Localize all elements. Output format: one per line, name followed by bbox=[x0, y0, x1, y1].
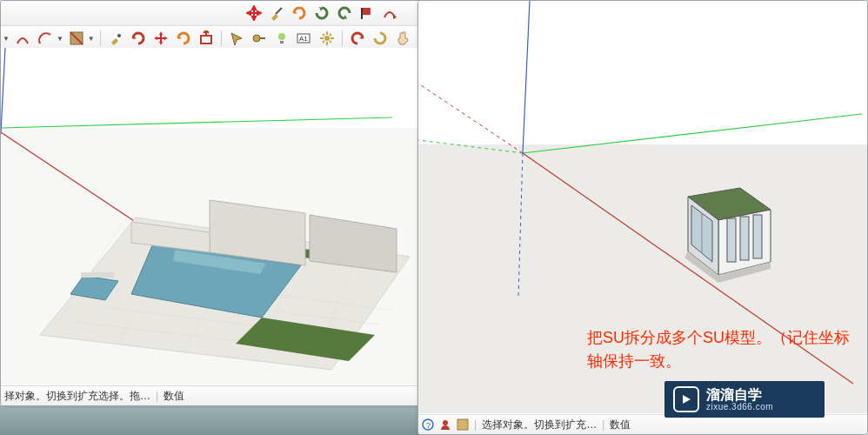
bounce-red-icon[interactable] bbox=[380, 3, 399, 23]
rotate-orange-icon[interactable] bbox=[290, 3, 309, 23]
badge-title: 溜溜自学 bbox=[706, 387, 773, 403]
dropdown-arrow-icon[interactable]: ▼ bbox=[3, 35, 10, 43]
rect-fill-icon[interactable] bbox=[67, 29, 86, 48]
status-divider: | bbox=[602, 418, 604, 431]
tape-gold-icon[interactable] bbox=[250, 29, 269, 48]
left-statusbar: 择对象。切换到扩充选择。拖… | 数值 bbox=[1, 385, 434, 405]
light-green-icon[interactable] bbox=[272, 29, 291, 48]
status-value-label: 数值 bbox=[164, 389, 184, 404]
svg-point-4 bbox=[117, 34, 121, 37]
svg-rect-56 bbox=[457, 419, 468, 430]
select-gold-icon[interactable] bbox=[227, 29, 246, 48]
svg-rect-36 bbox=[418, 1, 867, 144]
rotate-orange-icon[interactable] bbox=[174, 29, 193, 48]
dropdown-arrow-icon[interactable]: ▼ bbox=[57, 35, 63, 43]
annotation-line-1: 把SU拆分成多个SU模型。（记住坐标 bbox=[587, 326, 850, 350]
background-gradient bbox=[0, 405, 435, 435]
svg-marker-57 bbox=[683, 395, 691, 404]
dropdown-arrow-icon[interactable]: ▼ bbox=[88, 35, 95, 43]
svg-point-7 bbox=[278, 33, 285, 40]
left-window: ▼ ▼ ▼ bbox=[0, 0, 435, 406]
svg-point-55 bbox=[443, 420, 448, 425]
move-red-icon[interactable] bbox=[151, 29, 170, 48]
toolbar-separator bbox=[342, 30, 343, 46]
hand-icon[interactable] bbox=[393, 29, 412, 48]
svg-point-6 bbox=[253, 35, 260, 42]
svg-point-10 bbox=[324, 36, 330, 41]
svg-rect-48 bbox=[740, 217, 749, 260]
help-icon[interactable]: ? bbox=[422, 418, 434, 431]
status-divider: | bbox=[474, 418, 477, 431]
badge-url: zixue.3d66.com bbox=[706, 402, 773, 412]
left-toolbar-row-1 bbox=[1, 1, 434, 26]
geo-icon[interactable] bbox=[457, 418, 469, 431]
watermark-badge: 溜溜自学 zixue.3d66.com bbox=[664, 381, 825, 418]
brush-gold-icon[interactable] bbox=[267, 3, 286, 23]
swirl-gold-icon[interactable] bbox=[371, 29, 390, 48]
arc-red-icon[interactable] bbox=[13, 29, 32, 48]
svg-rect-49 bbox=[753, 215, 762, 258]
svg-rect-5 bbox=[201, 36, 211, 44]
left-3d-viewport[interactable] bbox=[1, 48, 434, 386]
status-value-label: 数值 bbox=[610, 418, 631, 432]
swirl-green-icon[interactable] bbox=[312, 3, 331, 23]
play-icon bbox=[673, 386, 699, 412]
toolbar-separator bbox=[100, 30, 101, 46]
right-window: ◧ ▤ ▦ ◫ ⓘ bbox=[417, 0, 868, 435]
user-icon[interactable] bbox=[439, 418, 451, 431]
arc2-red-icon[interactable] bbox=[36, 29, 55, 48]
svg-text:?: ? bbox=[426, 421, 431, 430]
annotation-line-2: 轴保持一致。 bbox=[587, 350, 850, 373]
label-a1-icon[interactable]: A1 bbox=[295, 29, 314, 48]
status-divider: | bbox=[156, 390, 158, 402]
svg-rect-11 bbox=[1, 48, 434, 128]
explode-gold-icon[interactable] bbox=[317, 29, 337, 48]
extract-red-icon[interactable] bbox=[197, 29, 216, 48]
swirl-green2-icon[interactable] bbox=[335, 3, 354, 23]
flag-red-icon[interactable] bbox=[357, 3, 377, 23]
svg-text:A1: A1 bbox=[299, 35, 308, 43]
redo-red-icon[interactable] bbox=[348, 29, 367, 48]
svg-rect-30 bbox=[81, 272, 114, 278]
status-text: 择对象。切换到扩充选择。拖… bbox=[4, 389, 150, 404]
svg-rect-47 bbox=[727, 218, 736, 262]
svg-rect-0 bbox=[362, 8, 371, 15]
swirl-red-icon[interactable] bbox=[129, 29, 148, 48]
status-text: 选择对象。切换到扩充… bbox=[482, 418, 597, 432]
annotation-text: 把SU拆分成多个SU模型。（记住坐标 轴保持一致。 bbox=[587, 326, 850, 373]
toolbar-separator bbox=[221, 30, 222, 46]
move-icon[interactable] bbox=[244, 3, 264, 23]
paint-gold-icon[interactable] bbox=[106, 29, 125, 48]
